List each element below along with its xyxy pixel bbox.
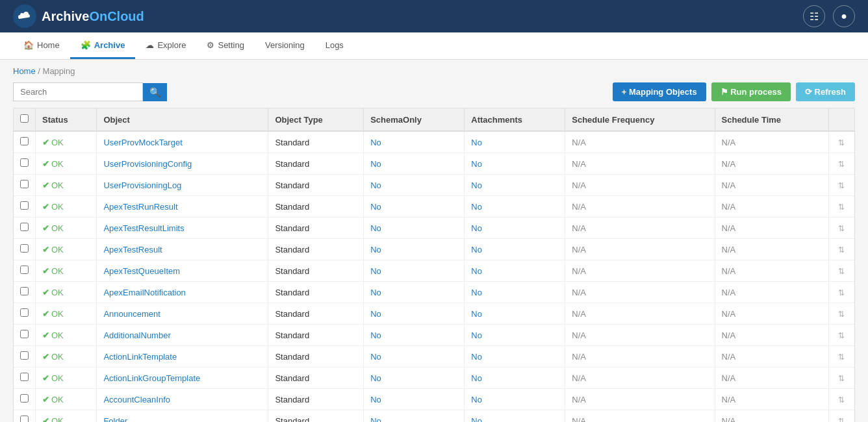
nav-item-home-label: Home	[37, 40, 60, 50]
row-object-4: ApexTestResultLimits	[97, 217, 268, 239]
grid-icon-button[interactable]: ☷	[803, 5, 825, 27]
object-link-4[interactable]: ApexTestResultLimits	[103, 223, 184, 233]
row-schema-only-0: No	[364, 131, 465, 153]
status-ok-label: OK	[51, 180, 64, 190]
row-schedule-frequency-7: N/A	[565, 282, 715, 303]
sort-arrows-icon[interactable]: ⇅	[838, 160, 845, 169]
object-link-11[interactable]: ActionLinkGroupTemplate	[103, 373, 200, 383]
row-actions-1: ⇅	[828, 153, 854, 175]
sort-arrows-icon[interactable]: ⇅	[838, 224, 845, 233]
table-row: ✔ OK AdditionalNumber Standard No No N/A…	[14, 325, 854, 346]
row-checkbox-9[interactable]	[20, 330, 29, 338]
row-checkbox-1[interactable]	[20, 158, 29, 167]
run-process-label: ⚑ Run process	[721, 87, 782, 97]
breadcrumb-home[interactable]: Home	[13, 66, 36, 76]
sort-arrows-icon[interactable]: ⇅	[838, 417, 845, 423]
row-checkbox-5[interactable]	[20, 244, 29, 253]
nav-item-versioning-label: Versioning	[265, 40, 305, 50]
table-row: ✔ OK UserProvisioningConfig Standard No …	[14, 153, 854, 175]
row-schedule-time-4: N/A	[715, 217, 828, 239]
row-object-8: Announcement	[97, 303, 268, 325]
refresh-button[interactable]: ⟳ Refresh	[796, 82, 855, 101]
status-ok-label: OK	[51, 288, 64, 297]
nav-item-explore[interactable]: ☁ Explore	[135, 32, 196, 59]
sort-arrows-icon[interactable]: ⇅	[838, 395, 845, 404]
row-schedule-time-1: N/A	[715, 153, 828, 175]
object-link-1[interactable]: UserProvisioningConfig	[103, 159, 192, 169]
object-link-7[interactable]: ApexEmailNotification	[103, 288, 185, 297]
object-link-3[interactable]: ApexTestRunResult	[103, 202, 177, 212]
object-link-13[interactable]: Folder	[103, 416, 127, 423]
row-checkbox-10[interactable]	[20, 351, 29, 360]
nav-item-logs[interactable]: Logs	[315, 32, 354, 59]
row-object-type-13: Standard	[268, 410, 364, 423]
row-attachments-3: No	[465, 196, 565, 217]
th-object: Object	[97, 108, 268, 131]
sort-arrows-icon[interactable]: ⇅	[838, 267, 845, 276]
row-checkbox-12[interactable]	[20, 394, 29, 403]
row-schedule-time-11: N/A	[715, 367, 828, 389]
row-schedule-time-6: N/A	[715, 260, 828, 282]
row-checkbox-13[interactable]	[20, 416, 29, 422]
row-checkbox-8[interactable]	[20, 308, 29, 317]
row-attachments-4: No	[465, 217, 565, 239]
object-link-2[interactable]: UserProvisioningLog	[103, 180, 181, 190]
row-schema-only-8: No	[364, 303, 465, 325]
row-checkbox-cell	[14, 410, 36, 423]
mapping-objects-button[interactable]: + Mapping Objects	[613, 82, 706, 101]
row-schedule-time-12: N/A	[715, 389, 828, 410]
row-checkbox-2[interactable]	[20, 180, 29, 188]
sort-arrows-icon[interactable]: ⇅	[838, 310, 845, 319]
row-schedule-time-10: N/A	[715, 346, 828, 367]
nav-item-archive[interactable]: 🧩 Archive	[70, 32, 136, 59]
table-row: ✔ OK ActionLinkTemplate Standard No No N…	[14, 346, 854, 367]
object-link-0[interactable]: UserProvMockTarget	[103, 138, 182, 147]
object-link-5[interactable]: ApexTestResult	[103, 245, 162, 254]
row-actions-5: ⇅	[828, 239, 854, 260]
user-icon-button[interactable]: ●	[833, 5, 855, 27]
sort-arrows-icon[interactable]: ⇅	[838, 288, 845, 297]
sort-arrows-icon[interactable]: ⇅	[838, 331, 845, 340]
row-schema-only-11: No	[364, 367, 465, 389]
nav-item-versioning[interactable]: Versioning	[255, 32, 315, 59]
sort-arrows-icon[interactable]: ⇅	[838, 374, 845, 383]
object-link-10[interactable]: ActionLinkTemplate	[103, 352, 177, 362]
row-checkbox-cell	[14, 389, 36, 410]
row-status-2: ✔ OK	[36, 175, 97, 196]
sort-arrows-icon[interactable]: ⇅	[838, 245, 845, 254]
search-input[interactable]	[13, 82, 143, 101]
nav-item-home[interactable]: 🏠 Home	[13, 32, 70, 59]
row-checkbox-cell	[14, 175, 36, 196]
row-status-12: ✔ OK	[36, 389, 97, 410]
run-process-button[interactable]: ⚑ Run process	[711, 82, 791, 101]
status-ok-icon: ✔	[42, 159, 49, 169]
sort-arrows-icon[interactable]: ⇅	[838, 353, 845, 362]
row-checkbox-4[interactable]	[20, 223, 29, 231]
status-ok-icon: ✔	[42, 138, 49, 147]
row-object-9: AdditionalNumber	[97, 325, 268, 346]
object-link-12[interactable]: AccountCleanInfo	[103, 395, 170, 404]
table-row: ✔ OK ActionLinkGroupTemplate Standard No…	[14, 367, 854, 389]
table-header-row: Status Object Object Type SchemaOnly Att…	[14, 108, 854, 131]
select-all-checkbox[interactable]	[20, 114, 29, 123]
object-link-9[interactable]: AdditionalNumber	[103, 330, 170, 340]
nav-item-setting[interactable]: ⚙ Setting	[196, 32, 254, 59]
row-object-2: UserProvisioningLog	[97, 175, 268, 196]
row-schedule-frequency-10: N/A	[565, 346, 715, 367]
row-checkbox-6[interactable]	[20, 266, 29, 274]
sort-arrows-icon[interactable]: ⇅	[838, 203, 845, 212]
object-link-6[interactable]: ApexTestQueueItem	[103, 266, 180, 276]
object-link-8[interactable]: Announcement	[103, 309, 160, 319]
search-button[interactable]: 🔍	[143, 83, 167, 101]
table-row: ✔ OK UserProvisioningLog Standard No No …	[14, 175, 854, 196]
row-object-type-2: Standard	[268, 175, 364, 196]
row-checkbox-11[interactable]	[20, 373, 29, 381]
th-actions	[828, 108, 854, 131]
row-checkbox-3[interactable]	[20, 201, 29, 210]
toolbar-buttons: + Mapping Objects ⚑ Run process ⟳ Refres…	[613, 82, 855, 101]
row-checkbox-7[interactable]	[20, 287, 29, 295]
sort-arrows-icon[interactable]: ⇅	[838, 181, 845, 190]
row-checkbox-cell	[14, 282, 36, 303]
sort-arrows-icon[interactable]: ⇅	[838, 138, 845, 147]
row-checkbox-0[interactable]	[20, 137, 29, 145]
